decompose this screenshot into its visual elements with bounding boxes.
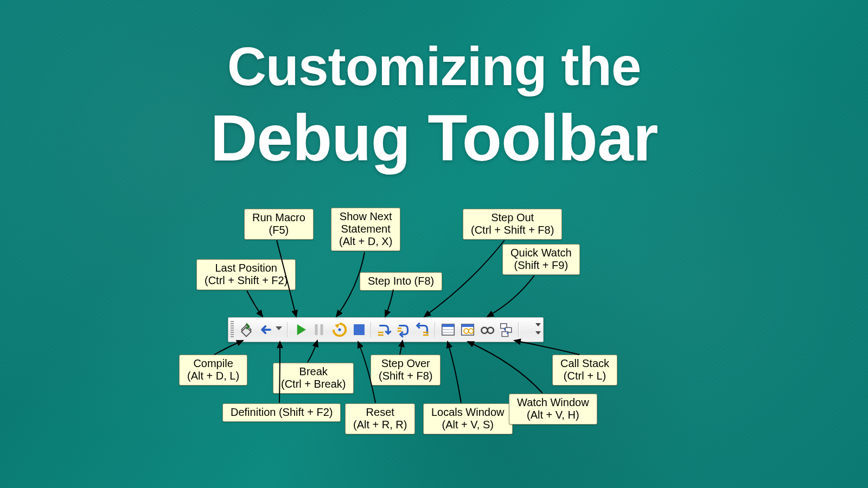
svg-point-18: [481, 328, 487, 333]
toolbar-separator: [287, 322, 288, 337]
show-next-statement-button[interactable]: [331, 322, 348, 338]
step-over-icon: [395, 322, 412, 338]
callout-quick-watch: Quick Watch (Shift + F9): [502, 244, 580, 275]
compile-icon: [238, 322, 254, 338]
callout-show-next-statement: Show Next Statement (Alt + D, X): [331, 208, 400, 251]
callout-watch-window: Watch Window (Alt + V, H): [509, 394, 597, 425]
quick-watch-icon: [479, 322, 495, 338]
break-icon: [311, 322, 327, 338]
callout-reset: Reset (Alt + R, R): [345, 403, 415, 434]
toolbar-grip[interactable]: [231, 321, 234, 338]
callout-definition: Definition (Shift + F2): [222, 403, 341, 422]
show-next-statement-icon: [331, 322, 348, 338]
call-stack-icon: [499, 322, 515, 338]
svg-rect-0: [315, 324, 318, 335]
toolbar-options-dropdown[interactable]: [535, 320, 541, 339]
svg-rect-7: [398, 330, 402, 332]
svg-rect-6: [398, 328, 402, 329]
definition-dropdown-icon: [274, 322, 284, 335]
run-macro-button[interactable]: [292, 322, 309, 338]
watch-window-icon: [459, 322, 476, 338]
svg-rect-8: [423, 332, 429, 333]
reset-button[interactable]: [351, 322, 367, 338]
call-stack-button[interactable]: [499, 322, 515, 338]
step-into-button[interactable]: [376, 322, 392, 338]
step-out-button[interactable]: [415, 322, 431, 338]
svg-rect-4: [378, 332, 384, 333]
svg-point-19: [488, 328, 494, 333]
svg-rect-9: [423, 335, 429, 336]
callout-step-over: Step Over (Shift + F8): [371, 355, 441, 386]
svg-point-2: [339, 329, 341, 331]
locals-window-icon: [440, 322, 456, 338]
compile-button[interactable]: [238, 322, 254, 338]
debug-toolbar: [228, 317, 544, 342]
callout-last-position: Last Position (Ctrl + Shift + F2): [196, 259, 296, 290]
definition-button[interactable]: [274, 322, 284, 338]
callout-compile: Compile (Alt + D, L): [179, 355, 247, 386]
reset-icon: [351, 322, 367, 338]
toolbar-separator: [371, 322, 371, 337]
callout-locals-window: Locals Window (Alt + V, S): [423, 403, 513, 434]
run-macro-icon: [292, 322, 309, 338]
svg-rect-3: [354, 324, 365, 335]
step-out-icon: [415, 322, 431, 338]
last-position-button[interactable]: [257, 322, 273, 338]
locals-window-button[interactable]: [440, 322, 456, 338]
step-over-button[interactable]: [395, 322, 412, 338]
toolbar-separator: [518, 322, 519, 337]
callout-call-stack: Call Stack (Ctrl + L): [552, 355, 617, 386]
watch-window-button[interactable]: [459, 322, 476, 338]
svg-rect-5: [378, 335, 384, 336]
break-button[interactable]: [311, 322, 327, 338]
slide: Customizing the Debug Toolbar Run Macro …: [0, 0, 868, 488]
callout-step-out: Step Out (Ctrl + Shift + F8): [463, 209, 562, 240]
callout-step-into: Step Into (F8): [360, 272, 442, 291]
title-line-1: Customizing the: [0, 35, 868, 98]
step-into-icon: [376, 322, 392, 338]
svg-rect-22: [502, 332, 508, 337]
callout-run-macro: Run Macro (F5): [244, 209, 314, 240]
last-position-icon: [257, 322, 273, 338]
svg-rect-1: [321, 324, 323, 335]
svg-rect-15: [462, 324, 474, 327]
quick-watch-button[interactable]: [479, 322, 495, 338]
title-line-2: Debug Toolbar: [0, 100, 868, 175]
callout-break: Break (Ctrl + Break): [273, 363, 354, 394]
svg-rect-11: [442, 324, 455, 327]
toolbar-separator: [435, 322, 435, 337]
